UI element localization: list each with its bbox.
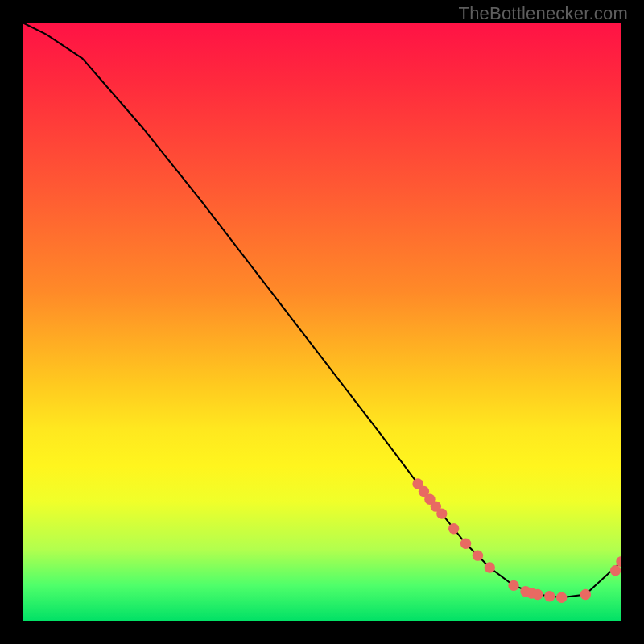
curve-path	[23, 23, 621, 597]
marker-point	[580, 589, 591, 600]
marker-point	[473, 550, 483, 560]
marker-point	[532, 589, 543, 600]
marker-point	[556, 592, 567, 603]
marker-point	[485, 562, 495, 572]
marker-point	[544, 591, 555, 601]
marker-point	[460, 539, 471, 549]
curve-svg	[23, 23, 621, 621]
marker-point	[508, 580, 518, 591]
plot-area	[23, 23, 621, 621]
marker-point	[610, 565, 621, 576]
marker-point	[436, 508, 447, 518]
marker-point	[448, 523, 459, 534]
marker-group	[412, 478, 621, 603]
source-label: TheBottlenecker.com	[459, 3, 628, 24]
chart-root: TheBottlenecker.com	[0, 0, 644, 644]
